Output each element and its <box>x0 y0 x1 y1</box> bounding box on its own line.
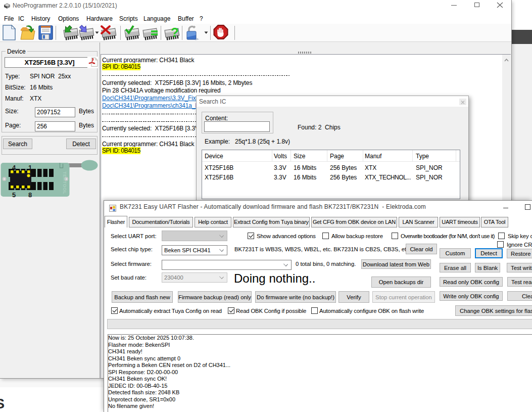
svg-text:4: 4 <box>12 164 16 171</box>
svg-text:?: ? <box>171 25 179 40</box>
svg-text:5: 5 <box>12 191 16 199</box>
svg-text:TEXTOOL: TEXTOOL <box>62 171 67 194</box>
svg-text:1: 1 <box>28 164 32 171</box>
svg-text:8: 8 <box>28 191 32 199</box>
